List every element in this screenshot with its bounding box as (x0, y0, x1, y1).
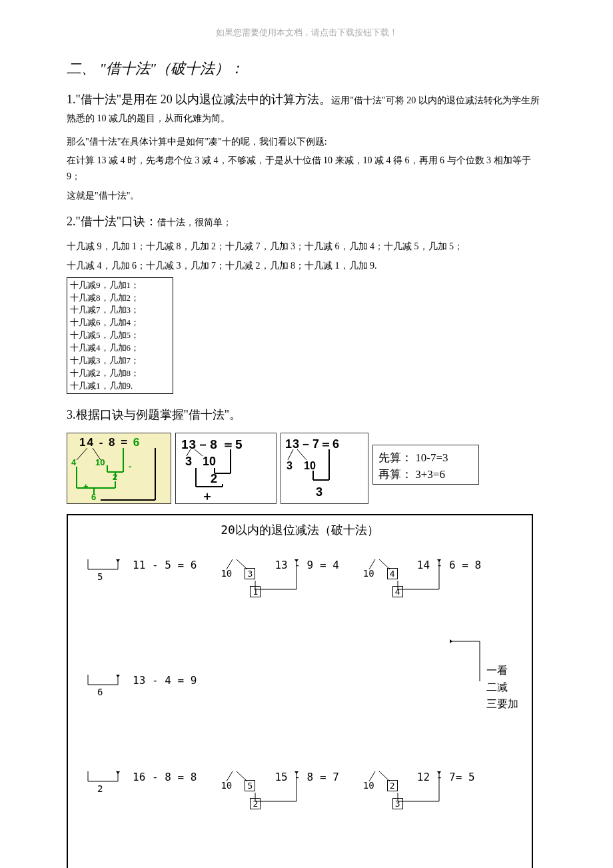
eq7-c: 3 (392, 798, 403, 810)
side-notes: 一看 二减 三要加 (486, 661, 518, 714)
d3-n3: 3 (287, 460, 293, 472)
p2-lead: 2."借十法"口诀： (67, 215, 157, 228)
d1-lines-icon (67, 433, 171, 503)
diagram-13-8: 13－8 ＝5 3 10 2 ＋ (175, 433, 277, 504)
d4-line1: 先算： 10-7=3 (378, 449, 473, 467)
eq6-c: 2 (250, 798, 261, 810)
eq3-a: 10 (363, 568, 374, 579)
eq-14-6: 14 - 6 = 8 10 4 4 (366, 546, 481, 635)
header-note: 如果您需要使用本文档，请点击下载按钮下载！ (67, 27, 546, 39)
eq-11-5: 11 - 5 = 6 5 (81, 546, 197, 609)
eq4-below: 6 (97, 687, 103, 697)
eq5-below: 2 (97, 783, 103, 794)
rhyme-row: 十几减2，几加8； (70, 367, 170, 380)
eq-13-9: 13 - 9 = 4 10 3 1 (223, 546, 338, 635)
diagram-14-8: 14 - 8 = 6 4 10 - 2 + 6 (67, 433, 171, 504)
p2-rest: 借十法，很简单； (157, 217, 232, 227)
paragraph-3: 3.根据口诀与例题掌握"借十法"。 (67, 404, 546, 425)
rhyme-box: 十几减9，几加1； 十几减8，几加2； 十几减7，几加3； 十几减6，几加4； … (67, 277, 173, 395)
d1-step-val: 2 (113, 472, 117, 482)
d1-minus: - (129, 461, 131, 471)
svg-line-21 (297, 449, 306, 460)
diagram-steps-box: 先算： 10-7=3 再算： 3+3=6 (372, 445, 479, 485)
d1-final: 6 (91, 492, 96, 502)
d2-n10: 10 (203, 455, 216, 469)
eq6-a: 10 (221, 780, 232, 791)
eq-12-7: 12 - 7= 5 10 2 3 (366, 758, 475, 847)
document-page: 如果您需要使用本文档，请点击下载按钮下载！ 二、 "借十法"（破十法）： 1."… (0, 0, 613, 868)
d2-plus: ＋ (201, 488, 213, 504)
eq1-below: 5 (97, 571, 103, 582)
p1-lead: 1."借十法"是用在 20 以内退位减法中的计算方法。 (67, 93, 331, 106)
eq2-c: 1 (250, 586, 261, 598)
eq7-a: 10 (363, 780, 374, 791)
eq2-a: 10 (221, 568, 232, 579)
p1-line-1: 那么"借十法"在具体计算中是如何"凑"十的呢，我们看以下例题: (67, 134, 546, 150)
eq-16-8: 16 - 8 = 8 2 (81, 758, 197, 821)
example-diagrams-row: 14 - 8 = 6 4 10 - 2 + 6 (67, 433, 546, 504)
eq3-c: 4 (392, 586, 403, 598)
d4-line2: 再算： 3+3=6 (378, 466, 473, 483)
paragraph-1: 1."借十法"是用在 20 以内退位减法中的计算方法。运用"借十法"可将 20 … (67, 89, 546, 127)
big-diagram-box: 20以内的退位减法（破十法） 11 - 5 = 6 5 13 - 9 = 4 1… (67, 514, 533, 868)
diagram-13-7: 13－7＝6 3 10 3 (281, 433, 368, 504)
svg-line-20 (288, 449, 293, 460)
eq3-b: 4 (387, 568, 398, 580)
rhyme-row: 十几减7，几加3； (70, 304, 170, 317)
rhyme-row: 十几减4，几加6； (70, 342, 170, 355)
d3-nr: 3 (316, 485, 322, 499)
note-3: 三要加 (486, 697, 518, 711)
side-arrow-icon (446, 635, 526, 688)
p1-line-3: 这就是"借十法"。 (67, 188, 546, 204)
big-row-3: 16 - 8 = 8 2 15 - 8 = 7 10 5 2 12 - 7= 5 (81, 758, 518, 847)
rhyme-row: 十几减9，几加1； (70, 279, 170, 292)
p3-title: 3.根据口诀与例题掌握"借十法"。 (67, 408, 241, 421)
big-row-1: 11 - 5 = 6 5 13 - 9 = 4 10 3 1 14 - 6 = … (81, 546, 518, 635)
eq2-b: 3 (245, 568, 255, 580)
d2-n2: 2 (211, 472, 217, 486)
section-title: 二、 "借十法"（破十法）： (67, 59, 546, 79)
big-row-2: 13 - 4 = 9 6 一看 二减 三要加 (81, 661, 518, 725)
big-title: 20以内的退位减法（破十法） (81, 522, 518, 538)
eq-15-8: 15 - 8 = 7 10 5 2 (223, 758, 338, 847)
d1-split-left: 4 (71, 457, 76, 467)
paragraph-2: 2."借十法"口诀：借十法，很简单； (67, 211, 546, 232)
d1-plus: + (83, 481, 89, 491)
eq6-b: 5 (245, 780, 255, 792)
d2-n3: 3 (185, 455, 192, 469)
rhyme-row: 十几减3，几加7； (70, 355, 170, 367)
rhyme-row: 十几减5，几加5； (70, 329, 170, 342)
d3-lines-icon (281, 433, 368, 503)
rhyme-line-2: 十几减 4，几加 6；十几减 3，几加 7；十几减 2，几加 8；十几减 1，几… (67, 258, 546, 274)
p1-line-2: 在计算 13 减 4 时，先考虑个位 3 减 4，不够减，于是从十位借 10 来… (67, 153, 546, 185)
rhyme-line-1: 十几减 9，几加 1；十几减 8，几加 2；十几减 7，几加 3；十几减 6，几… (67, 239, 546, 255)
d1-split-right: 10 (95, 457, 105, 467)
rhyme-row: 十几减8，几加2； (70, 292, 170, 305)
svg-line-0 (77, 448, 87, 460)
rhyme-row: 十几减1，几加9. (70, 380, 170, 393)
rhyme-row: 十几减6，几加4； (70, 317, 170, 329)
d3-n10: 10 (304, 460, 316, 472)
eq7-b: 2 (387, 780, 398, 792)
eq-13-4: 13 - 4 = 9 6 (81, 661, 197, 725)
svg-line-13 (195, 449, 203, 456)
